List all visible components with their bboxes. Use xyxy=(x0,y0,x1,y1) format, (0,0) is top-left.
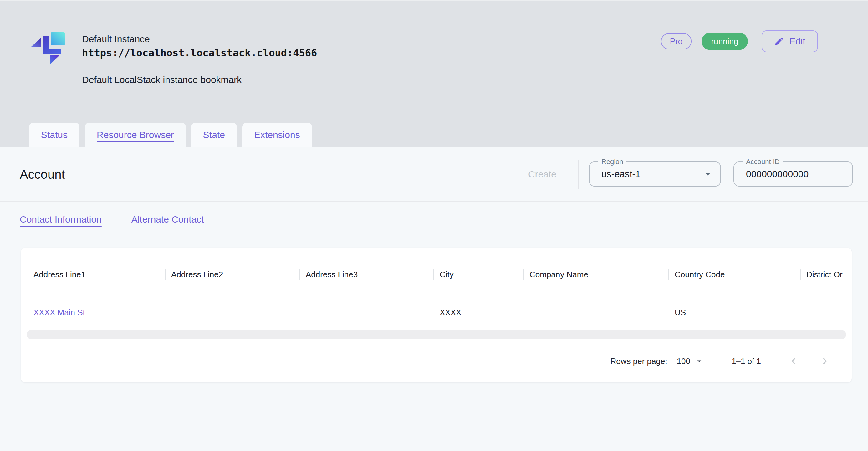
tab-status-label: Status xyxy=(41,129,68,140)
column-header-country-code[interactable]: Country Code xyxy=(669,254,800,295)
rows-per-page-select[interactable]: 100 xyxy=(677,357,704,366)
pencil-icon xyxy=(774,36,784,46)
results-card: Address Line1 Address Line2 Address Line… xyxy=(21,248,852,383)
header-actions: Pro running Edit xyxy=(661,30,818,53)
tab-state-label: State xyxy=(203,129,225,140)
pagination-bar: Rows per page: 100 1–1 of 1 xyxy=(21,342,852,380)
edit-button[interactable]: Edit xyxy=(762,30,818,52)
pro-badge[interactable]: Pro xyxy=(661,33,691,50)
column-header-address-line2[interactable]: Address Line2 xyxy=(165,254,300,295)
table-header-row: Address Line1 Address Line2 Address Line… xyxy=(21,248,852,295)
status-badge-label: running xyxy=(711,37,739,46)
pro-badge-label: Pro xyxy=(670,37,682,46)
localstack-logo-icon xyxy=(31,32,66,67)
header-divider xyxy=(578,160,579,189)
chevron-left-icon xyxy=(787,355,800,367)
rows-per-page-label: Rows per page: xyxy=(611,357,668,366)
row-cell-address-line3 xyxy=(300,295,433,330)
page-title: Account xyxy=(20,167,65,181)
tab-state[interactable]: State xyxy=(191,123,237,147)
top-hairline xyxy=(0,0,868,1)
subtab-contact-information[interactable]: Contact Information xyxy=(20,214,102,225)
rows-per-page-value: 100 xyxy=(677,357,690,366)
tab-status[interactable]: Status xyxy=(29,123,80,147)
row-cell-city: XXXX xyxy=(433,295,523,330)
column-header-address-line1[interactable]: Address Line1 xyxy=(21,254,165,295)
subtab-alternate-contact[interactable]: Alternate Contact xyxy=(131,214,204,225)
account-id-field: Account ID xyxy=(734,161,853,186)
chevron-down-icon xyxy=(702,169,713,180)
instance-subtitle: Default LocalStack instance bookmark xyxy=(82,74,242,85)
instance-url: https://localhost.localstack.cloud:4566 xyxy=(82,47,317,59)
column-header-company-name[interactable]: Company Name xyxy=(523,254,669,295)
edit-button-label: Edit xyxy=(789,36,805,47)
region-select-value: us-east-1 xyxy=(601,169,641,179)
tab-resource-browser[interactable]: Resource Browser xyxy=(85,123,186,147)
previous-page-button[interactable] xyxy=(785,353,802,370)
row-cell-address-line1-link[interactable]: XXXX Main St xyxy=(21,295,165,330)
pagination-range-label: 1–1 of 1 xyxy=(732,357,761,366)
status-badge: running xyxy=(702,33,748,50)
column-header-district[interactable]: District Or xyxy=(800,254,852,295)
resource-browser-panel: Account Create Region us-east-1 Account … xyxy=(0,147,868,451)
row-cell-country-code: US xyxy=(669,295,800,330)
tab-extensions-label: Extensions xyxy=(254,129,300,140)
column-header-city[interactable]: City xyxy=(433,254,523,295)
resource-subtabs: Contact Information Alternate Contact xyxy=(0,202,868,237)
tab-extensions[interactable]: Extensions xyxy=(242,123,312,147)
resource-header: Account Create Region us-east-1 Account … xyxy=(0,147,868,202)
chevron-down-icon xyxy=(695,357,704,366)
chevron-right-icon xyxy=(818,355,831,367)
row-cell-company-name xyxy=(523,295,669,330)
horizontal-scrollbar[interactable] xyxy=(27,330,846,339)
create-button[interactable]: Create xyxy=(528,169,556,180)
tab-resource-browser-label: Resource Browser xyxy=(97,129,174,140)
instance-header: Default Instance https://localhost.local… xyxy=(0,0,868,147)
next-page-button[interactable] xyxy=(816,353,834,370)
column-header-address-line3[interactable]: Address Line3 xyxy=(300,254,433,295)
table-row: XXXX Main St XXXX US xyxy=(21,295,852,330)
row-cell-address-line2 xyxy=(165,295,300,330)
main-tabs: Status Resource Browser State Extensions xyxy=(29,123,312,147)
region-select[interactable]: Region us-east-1 xyxy=(589,161,721,186)
row-cell-district xyxy=(800,295,852,330)
instance-title: Default Instance xyxy=(82,34,317,44)
region-select-label: Region xyxy=(598,157,626,167)
account-id-input[interactable] xyxy=(746,162,840,186)
